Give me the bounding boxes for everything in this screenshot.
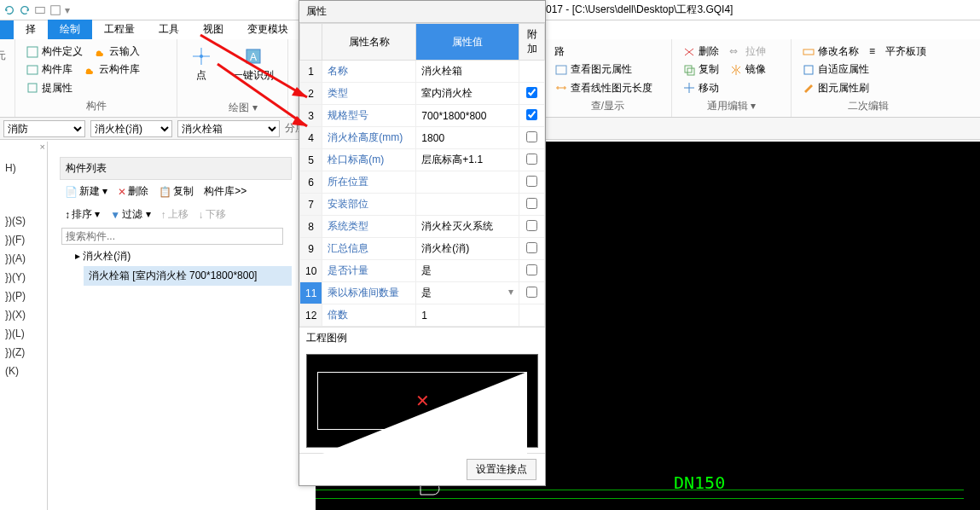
redo-icon[interactable] [19,4,31,16]
prop-extra[interactable] [519,260,545,282]
prop-extra[interactable] [519,83,545,105]
prop-extra[interactable] [519,282,545,304]
tab-quantity[interactable]: 工程量 [92,20,147,39]
prop-checkbox[interactable] [526,176,537,187]
prop-row[interactable]: 9汇总信息消火栓(消) [300,238,545,260]
search-input[interactable] [61,228,283,245]
tab-select[interactable]: 择 [14,20,48,39]
btn-mirror[interactable]: 镜像 [726,61,769,78]
prop-row[interactable]: 12倍数1 [300,304,545,327]
btn-filter[interactable]: ▼过滤 ▾ [107,206,154,223]
floor-A[interactable]: })(A) [0,249,47,268]
tree-child[interactable]: 消火栓箱 [室内消火栓 700*1800*800] [84,266,292,286]
prop-value[interactable]: 1 [416,304,519,327]
btn-point[interactable]: 点 [184,43,218,86]
btn-copy2[interactable]: 📋复制 [155,183,197,200]
prop-row[interactable]: 4消火栓高度(mm)1800 [300,127,545,149]
floor-L[interactable]: })(L) [0,324,47,343]
prop-extra[interactable] [519,127,545,149]
prop-checkbox[interactable] [526,154,537,165]
prop-value[interactable]: 是 ▾ [416,282,519,304]
btn-copy[interactable]: 复制 [679,61,722,78]
prop-row[interactable]: 7安装部位 [300,194,545,216]
prop-value[interactable]: 室内消火栓 [416,83,519,105]
floor-F[interactable]: })(F) [0,230,47,249]
select-category[interactable]: 消防 [3,120,85,137]
prop-checkbox[interactable] [526,242,537,253]
col-extra[interactable]: 附加 [519,24,545,61]
floor-Z[interactable]: })(Z) [0,343,47,362]
prop-row[interactable]: 2类型室内消火栓 [300,83,545,105]
btn-lib[interactable]: 构件库 [22,61,76,78]
btn-route[interactable]: 路 [551,43,664,61]
prop-value[interactable]: 是 [416,260,519,282]
prop-value[interactable]: 消火栓箱 [416,61,519,83]
floor-H[interactable]: H) [0,159,47,177]
prop-value[interactable]: 1800 [416,127,519,149]
tab-tools[interactable]: 工具 [147,20,191,39]
prop-checkbox[interactable] [526,131,537,142]
btn-delete[interactable]: 删除 [679,43,722,61]
undo-icon[interactable] [3,4,15,16]
prop-value[interactable]: 700*1800*800 [416,105,519,127]
btn-adaptive[interactable]: 自适应属性 [798,61,938,78]
floor-P[interactable]: })(P) [0,287,47,305]
btn-cloud-lib[interactable]: 云构件库 [79,61,143,78]
prop-extra[interactable] [519,149,545,171]
select-type[interactable]: 消火栓(消) [90,120,172,137]
floor-K[interactable]: (K) [0,362,47,380]
close-icon[interactable]: × [40,142,45,152]
prop-extra[interactable] [519,105,545,127]
prop-row[interactable]: 11乘以标准间数量是 ▾ [300,282,545,304]
btn-lib2[interactable]: 构件库>> [200,183,250,200]
prop-checkbox[interactable] [526,109,537,120]
btn-level-top[interactable]: ≡平齐板顶 [866,43,930,61]
prop-checkbox[interactable] [526,264,537,275]
prop-row[interactable]: 8系统类型消火栓灭火系统 [300,216,545,238]
prop-extra[interactable] [519,304,545,327]
select-subtype[interactable]: 消火栓箱 [177,120,280,137]
prop-value[interactable]: 消火栓(消) [416,238,519,260]
btn-view-props[interactable]: 查看图元属性 [551,61,664,78]
prop-extra[interactable] [519,61,545,83]
tree-node[interactable]: ▸ 消火栓(消) [60,246,292,266]
prop-value[interactable] [416,194,519,216]
btn-view-length[interactable]: 查看线性图元长度 [551,79,664,97]
btn-new[interactable]: 📄新建 ▾ [61,183,111,200]
collapse-icon[interactable] [34,4,46,16]
prop-row[interactable]: 1名称消火栓箱 [300,61,545,83]
btn-move[interactable]: 移动 [679,79,722,97]
col-name[interactable]: 属性名称 [322,24,416,61]
prop-checkbox[interactable] [526,220,537,231]
prop-row[interactable]: 5栓口标高(m)层底标高+1.1 [300,149,545,171]
prop-row[interactable]: 6所在位置 [300,171,545,194]
prop-extra[interactable] [519,194,545,216]
prop-checkbox[interactable] [526,87,537,98]
prop-extra[interactable] [519,216,545,238]
btn-extract-prop[interactable]: 提属性 [22,79,76,97]
floor-X[interactable]: })(X) [0,305,47,324]
tab-changemod[interactable]: 变更模块 [235,20,300,39]
tab-view[interactable]: 视图 [191,20,235,39]
prop-value[interactable]: 层底标高+1.1 [416,149,519,171]
btn-rename[interactable]: 修改名称 [798,43,862,61]
btn-cloud-in[interactable]: 云输入 [90,43,143,61]
prop-extra[interactable] [519,171,545,194]
prop-row[interactable]: 10是否计量是 [300,260,545,282]
prop-row[interactable]: 3规格型号700*1800*800 [300,105,545,127]
prop-checkbox[interactable] [526,287,537,298]
prop-extra[interactable] [519,238,545,260]
btn-del[interactable]: ✕删除 [114,183,152,200]
floor-S[interactable]: })(S) [0,212,47,230]
prop-checkbox[interactable] [526,198,537,209]
prop-value[interactable]: 消火栓灭火系统 [416,216,519,238]
btn-set-connection[interactable]: 设置连接点 [467,459,536,480]
floor-Y[interactable]: })(Y) [0,268,47,287]
btn-sort[interactable]: ↕排序 ▾ [61,206,103,223]
btn-auto-recognize[interactable]: A 一键识别 [226,43,281,86]
prop-value[interactable] [416,171,519,194]
col-value[interactable]: 属性值 [416,24,519,61]
btn-define[interactable]: 构件定义 [22,43,86,61]
expand-icon[interactable] [49,4,61,16]
tab-draw[interactable]: 绘制 [48,20,92,39]
